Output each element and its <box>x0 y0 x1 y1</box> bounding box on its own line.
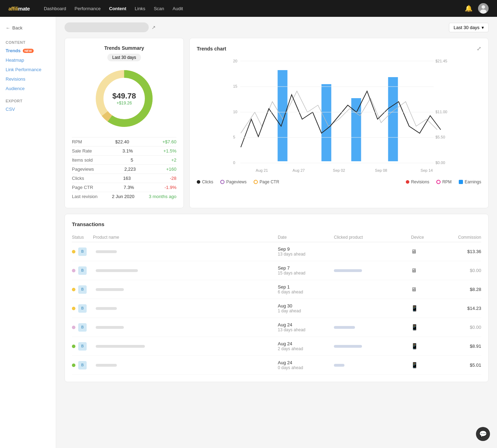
audience-label: Audience <box>6 86 25 91</box>
trends-chart-card: Trends chart ⤢ 20 15 10 5 0 $21.45 $11.0… <box>189 38 489 208</box>
date-main: Aug 24 <box>278 322 334 327</box>
product-cell <box>93 250 278 253</box>
nav-links[interactable]: Links <box>135 6 145 11</box>
date-cell: Sep 7 15 days ahead <box>278 265 334 276</box>
trends-summary-title: Trends Summary <box>72 45 176 51</box>
transactions-section: Transactions Status Product name Date Cl… <box>65 214 489 382</box>
rpm-legend-label: RPM <box>442 179 452 184</box>
nav-audit[interactable]: Audit <box>173 6 183 11</box>
status-dot-green <box>72 364 75 367</box>
nav-dashboard[interactable]: Dashboard <box>44 6 66 11</box>
url-bar-area: ↗ <box>65 22 156 32</box>
svg-text:Aug 27: Aug 27 <box>293 168 305 172</box>
nav-scan[interactable]: Scan <box>154 6 164 11</box>
main-content: ↗ Last 30 days ▾ Trends Summary Last 30 … <box>56 17 497 448</box>
nav-content[interactable]: Content <box>109 6 126 11</box>
sidebar-item-audience[interactable]: Audience <box>0 84 56 93</box>
device-icon: 📱 <box>411 343 446 349</box>
metric-rpm: RPM $22.40 +$7.60 <box>72 137 176 146</box>
cards-row: Trends Summary Last 30 days $49.78 +$1 <box>65 38 489 208</box>
page-topbar: ↗ Last 30 days ▾ <box>65 22 489 32</box>
metric-ctr: Page CTR 7.3% -1.9% <box>72 183 176 192</box>
chart-legend: Clicks Pageviews Page CTR Revisions <box>197 179 481 184</box>
device-icon: 📱 <box>411 305 446 312</box>
table-row: B Aug 24 13 days ahead 📱 $0.00 <box>72 318 481 337</box>
legend-clicks: Clicks <box>197 179 213 184</box>
status-dot-green <box>72 345 75 348</box>
status-dot-yellow <box>72 307 75 310</box>
table-row: B Sep 7 15 days ahead 🖥 $0.00 <box>72 261 481 280</box>
clicks-legend-label: Clicks <box>202 179 213 184</box>
notification-bell-icon[interactable]: 🔔 <box>465 5 472 12</box>
sidebar-item-heatmap[interactable]: Heatmap <box>0 55 56 65</box>
trends-period-button[interactable]: Last 30 days <box>107 54 141 61</box>
trends-summary-card: Trends Summary Last 30 days $49.78 +$1 <box>65 38 184 208</box>
status-dot-yellow <box>72 250 75 253</box>
sidebar-item-revisions[interactable]: Revisions <box>0 74 56 84</box>
date-range-button[interactable]: Last 30 days ▾ <box>449 23 489 32</box>
date-main: Sep 7 <box>278 265 334 271</box>
product-icon: B <box>78 342 87 351</box>
date-main: Sep 1 <box>278 284 334 290</box>
csv-label: CSV <box>6 107 15 112</box>
commission: $0.00 <box>446 268 481 273</box>
th-product: Product name <box>93 235 278 240</box>
export-section-label: EXPORT <box>0 93 56 104</box>
product-bar <box>96 307 117 310</box>
clicked-product-bar <box>334 364 344 367</box>
metric-rpm-change: +$7.60 <box>162 139 176 144</box>
th-date: Date <box>278 235 334 240</box>
clicked-cell <box>334 345 411 348</box>
top-navigation: affilimate Dashboard Performance Content… <box>0 0 497 17</box>
product-cell <box>93 269 278 272</box>
date-sub: 13 days ahead <box>278 252 334 257</box>
status-cell: B <box>72 323 93 332</box>
metric-clicks: Clicks 163 -28 <box>72 174 176 183</box>
date-cell: Sep 1 6 days ahead <box>278 284 334 294</box>
user-avatar[interactable] <box>478 3 489 14</box>
clicked-cell <box>334 364 411 367</box>
date-sub: 15 days ahead <box>278 271 334 276</box>
page-layout: ← Back CONTENT Trends NEW Heatmap Link P… <box>0 17 497 448</box>
external-link-icon[interactable]: ↗ <box>152 25 156 30</box>
nav-performance[interactable]: Performance <box>74 6 100 11</box>
table-header: Status Product name Date Clicked product… <box>72 233 481 242</box>
back-button[interactable]: ← Back <box>0 22 56 33</box>
metric-items-change: +2 <box>171 157 176 163</box>
sidebar-item-trends[interactable]: Trends NEW <box>0 46 56 55</box>
commission: $8.91 <box>446 344 481 349</box>
earnings-dot <box>459 180 463 184</box>
logo[interactable]: affilimate <box>8 6 30 12</box>
date-main: Aug 24 <box>278 360 334 365</box>
chart-title: Trends chart <box>197 46 226 52</box>
svg-rect-17 <box>351 98 361 161</box>
status-cell: B <box>72 285 93 294</box>
expand-icon[interactable]: ⤢ <box>477 45 481 52</box>
sidebar-item-csv[interactable]: CSV <box>0 104 56 114</box>
metric-salerate-label: Sale Rate <box>72 148 92 154</box>
metric-rpm-label: RPM <box>72 139 82 144</box>
legend-earnings: Earnings <box>459 179 481 184</box>
clicks-dot <box>197 180 200 184</box>
chat-bubble[interactable]: 💬 <box>476 427 490 441</box>
status-cell: B <box>72 304 93 313</box>
date-sub: 6 days ahead <box>278 290 334 294</box>
sidebar-item-link-performance[interactable]: Link Performance <box>0 65 56 74</box>
product-icon: B <box>78 247 87 256</box>
chart-area: 20 15 10 5 0 $21.45 $11.00 $5.50 $0.00 <box>197 56 481 175</box>
status-cell: B <box>72 361 93 369</box>
metric-lastrev-label: Last revision <box>72 194 98 199</box>
metric-items-label: Items sold <box>72 157 93 163</box>
svg-point-1 <box>482 5 485 9</box>
pageviews-dot <box>220 180 224 184</box>
svg-point-31 <box>437 180 440 184</box>
metric-ctr-change: -1.9% <box>164 185 176 190</box>
commission: $13.36 <box>446 249 481 254</box>
product-icon: B <box>78 266 87 275</box>
clicked-product-bar <box>334 269 362 272</box>
clicked-product-bar <box>334 326 355 329</box>
product-icon: B <box>78 285 87 294</box>
metric-pageviews-label: Pageviews <box>72 167 94 172</box>
donut-value: $49.78 <box>112 91 136 101</box>
th-clicked: Clicked product <box>334 235 411 240</box>
